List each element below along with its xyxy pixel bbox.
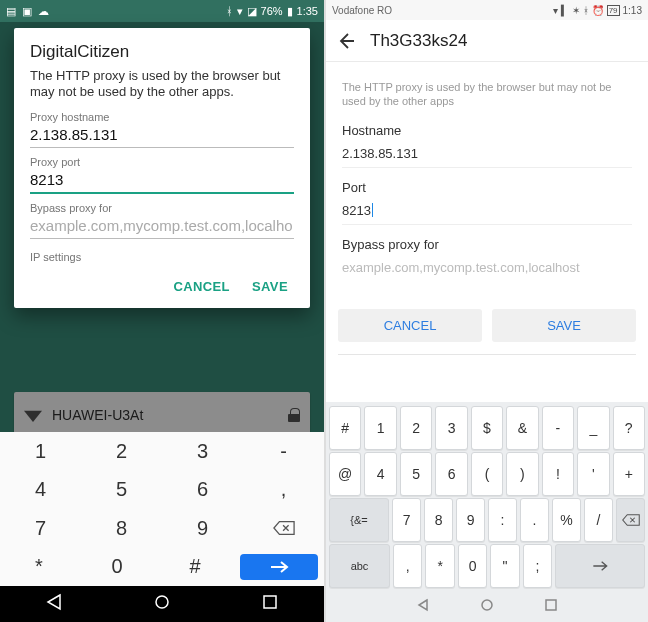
clock: 1:13 xyxy=(623,5,642,16)
cancel-button[interactable]: CANCEL xyxy=(338,309,482,342)
signal-icon: ▍ xyxy=(561,5,569,16)
key-comma[interactable]: , xyxy=(243,471,324,510)
key-star[interactable]: * xyxy=(0,548,78,587)
key-semicolon[interactable]: ; xyxy=(523,544,552,588)
ip-settings-row[interactable]: IP settings › xyxy=(326,281,648,299)
key-underscore[interactable]: _ xyxy=(577,406,609,450)
svg-point-0 xyxy=(156,596,168,608)
nav-home[interactable] xyxy=(153,593,171,615)
key-question[interactable]: ? xyxy=(613,406,645,450)
nav-back[interactable] xyxy=(45,593,63,615)
key-dash[interactable]: - xyxy=(243,432,324,471)
key-0[interactable]: 0 xyxy=(78,548,156,587)
key-3[interactable]: 3 xyxy=(162,432,243,471)
key-comma[interactable]: , xyxy=(393,544,422,588)
statusbar: Vodafone RO ▾ ▍ ✶ ᚼ ⏰ 79 1:13 xyxy=(326,0,648,20)
hostname-label: Hostname xyxy=(342,123,632,138)
key-star[interactable]: * xyxy=(425,544,454,588)
key-2[interactable]: 2 xyxy=(400,406,432,450)
android-navbar xyxy=(326,592,648,622)
notif-icon: ▤ xyxy=(6,5,16,18)
clock: 1:35 xyxy=(297,5,318,17)
ip-settings-label[interactable]: IP settings xyxy=(30,251,294,263)
key-backspace[interactable] xyxy=(616,498,645,542)
key-dollar[interactable]: $ xyxy=(471,406,503,450)
key-bang[interactable]: ! xyxy=(542,452,574,496)
key-9[interactable]: 9 xyxy=(162,509,243,548)
key-symbols[interactable]: {&= xyxy=(329,498,389,542)
wifi-icon: ▾ xyxy=(237,5,243,18)
no-sim-icon: ◪ xyxy=(247,5,257,18)
key-hash[interactable]: # xyxy=(329,406,361,450)
alarm-icon: ⏰ xyxy=(592,5,604,16)
key-plus[interactable]: + xyxy=(613,452,645,496)
backspace-icon xyxy=(273,520,295,536)
key-7[interactable]: 7 xyxy=(392,498,421,542)
bypass-label: Bypass proxy for xyxy=(342,237,632,252)
key-9[interactable]: 9 xyxy=(456,498,485,542)
key-apos[interactable]: ' xyxy=(577,452,609,496)
key-5[interactable]: 5 xyxy=(400,452,432,496)
key-1[interactable]: 1 xyxy=(364,406,396,450)
enter-icon xyxy=(590,559,610,573)
bypass-input[interactable]: example.com,mycomp.test.com,localhost xyxy=(342,252,632,281)
titlebar: Th3G33ks24 xyxy=(326,20,648,62)
phone-left: ▤ ▣ ☁ ᚼ ▾ ◪ 76% ▮ 1:35 HUAWEI-U3At Digit… xyxy=(0,0,324,622)
key-enter[interactable] xyxy=(240,554,318,581)
bluetooth-icon: ᚼ xyxy=(583,5,589,16)
nav-recents[interactable] xyxy=(261,593,279,615)
key-3[interactable]: 3 xyxy=(435,406,467,450)
key-lparen[interactable]: ( xyxy=(471,452,503,496)
background-app: HUAWEI-U3At DigitalCitizen The HTTP prox… xyxy=(0,22,324,454)
hostname-input[interactable]: 2.138.85.131 xyxy=(342,138,632,168)
battery-box: 79 xyxy=(607,5,620,16)
key-2[interactable]: 2 xyxy=(81,432,162,471)
key-colon[interactable]: : xyxy=(488,498,517,542)
nav-recents[interactable] xyxy=(544,598,558,616)
key-6[interactable]: 6 xyxy=(435,452,467,496)
wifi-icon: ▾ xyxy=(553,5,558,16)
save-button[interactable]: SAVE xyxy=(492,309,636,342)
page-title: Th3G33ks24 xyxy=(370,31,467,51)
key-backspace[interactable] xyxy=(243,509,324,548)
key-quote[interactable]: " xyxy=(490,544,519,588)
nav-home[interactable] xyxy=(480,598,494,616)
port-input[interactable]: 8213 xyxy=(342,195,632,225)
key-abc[interactable]: abc xyxy=(329,544,390,588)
key-percent[interactable]: % xyxy=(552,498,581,542)
proxy-dialog: DigitalCitizen The HTTP proxy is used by… xyxy=(14,28,310,308)
battery-icon: ▮ xyxy=(287,5,293,18)
key-7[interactable]: 7 xyxy=(0,509,81,548)
key-rparen[interactable]: ) xyxy=(506,452,538,496)
key-hash[interactable]: # xyxy=(156,548,234,587)
key-slash[interactable]: / xyxy=(584,498,613,542)
svg-rect-3 xyxy=(546,600,556,610)
key-4[interactable]: 4 xyxy=(364,452,396,496)
key-8[interactable]: 8 xyxy=(81,509,162,548)
back-button[interactable] xyxy=(336,31,356,51)
bypass-input[interactable]: example.com,mycomp.test.com,localho xyxy=(30,214,294,239)
bypass-label: Bypass proxy for xyxy=(30,202,294,214)
arrow-left-icon xyxy=(336,31,356,51)
battery-percent: 76% xyxy=(261,5,283,17)
phone-right: Vodafone RO ▾ ▍ ✶ ᚼ ⏰ 79 1:13 Th3G33ks24… xyxy=(324,0,648,622)
save-button[interactable]: SAVE xyxy=(252,279,288,294)
key-5[interactable]: 5 xyxy=(81,471,162,510)
key-6[interactable]: 6 xyxy=(162,471,243,510)
cancel-button[interactable]: CANCEL xyxy=(173,279,230,294)
key-1[interactable]: 1 xyxy=(0,432,81,471)
enter-icon xyxy=(267,559,291,575)
image-icon: ▣ xyxy=(22,5,32,18)
key-amp[interactable]: & xyxy=(506,406,538,450)
key-dash[interactable]: - xyxy=(542,406,574,450)
key-0[interactable]: 0 xyxy=(458,544,487,588)
key-enter[interactable] xyxy=(555,544,645,588)
hostname-input[interactable]: 2.138.85.131 xyxy=(30,123,294,148)
port-input[interactable]: 8213 xyxy=(30,168,294,194)
nav-back[interactable] xyxy=(416,598,430,616)
key-at[interactable]: @ xyxy=(329,452,361,496)
carrier-label: Vodafone RO xyxy=(332,5,392,16)
key-8[interactable]: 8 xyxy=(424,498,453,542)
key-4[interactable]: 4 xyxy=(0,471,81,510)
key-dot[interactable]: . xyxy=(520,498,549,542)
